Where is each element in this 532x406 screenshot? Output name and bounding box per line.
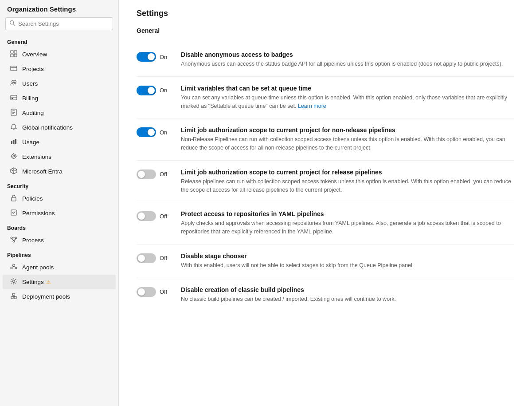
toggle-label: On bbox=[160, 87, 167, 94]
sidebar-item-label: Users bbox=[22, 80, 38, 87]
main-content: Settings General On Disable anonymous ac… bbox=[119, 0, 532, 406]
svg-rect-27 bbox=[11, 210, 16, 215]
sidebar-item-label: Microsoft Entra bbox=[22, 168, 63, 175]
sidebar-item-policies[interactable]: Policies bbox=[3, 191, 116, 206]
svg-line-1 bbox=[13, 24, 15, 26]
sidebar-item-extensions[interactable]: Extensions bbox=[3, 150, 116, 164]
settings-container: On Disable anonymous access to badges An… bbox=[137, 43, 514, 311]
toggle-area: Off bbox=[137, 252, 172, 263]
toggle-knob bbox=[138, 171, 145, 178]
sidebar-item-deployment-pools[interactable]: Deployment pools bbox=[3, 289, 116, 304]
toggle-label: Off bbox=[160, 255, 167, 261]
svg-point-39 bbox=[13, 280, 15, 283]
svg-point-9 bbox=[14, 81, 16, 83]
svg-point-29 bbox=[15, 237, 17, 239]
setting-title: Limit job authorization scope to current… bbox=[181, 169, 514, 176]
svg-rect-4 bbox=[11, 54, 13, 57]
toggle-label: Off bbox=[160, 171, 167, 177]
svg-rect-26 bbox=[12, 197, 16, 201]
sidebar-item-usage[interactable]: Usage bbox=[3, 135, 116, 150]
setting-description: Apply checks and approvals when accessin… bbox=[181, 219, 514, 236]
sidebar-item-users[interactable]: Users bbox=[3, 76, 116, 91]
toggle-area: Off bbox=[137, 210, 172, 221]
svg-rect-17 bbox=[11, 141, 12, 144]
svg-point-36 bbox=[15, 267, 17, 269]
setting-content: Disable creation of classic build pipeli… bbox=[181, 286, 514, 304]
setting-description: Anonymous users can access the status ba… bbox=[181, 60, 514, 68]
auditing-icon bbox=[10, 109, 18, 117]
toggle-switch-limit-variables-queue-time[interactable] bbox=[137, 86, 156, 95]
sidebar-section-security: Security bbox=[0, 179, 118, 191]
sidebar-item-label: Projects bbox=[22, 66, 44, 72]
sidebar-item-label: Deployment pools bbox=[22, 293, 70, 300]
setting-title: Protect access to repositories in YAML p… bbox=[181, 210, 514, 217]
sidebar-item-permissions[interactable]: Permissions bbox=[3, 206, 116, 221]
setting-description: You can set any variables at queue time … bbox=[181, 94, 514, 110]
setting-title: Disable creation of classic build pipeli… bbox=[181, 286, 514, 293]
setting-content: Protect access to repositories in YAML p… bbox=[181, 210, 514, 236]
svg-point-20 bbox=[12, 154, 16, 158]
toggle-label: On bbox=[160, 54, 167, 60]
search-input[interactable] bbox=[18, 20, 109, 27]
toggle-label: Off bbox=[160, 288, 167, 295]
sidebar-item-projects[interactable]: Projects bbox=[3, 62, 116, 76]
svg-rect-2 bbox=[11, 51, 13, 53]
sidebar-item-label: Agent pools bbox=[22, 264, 54, 271]
usage-icon bbox=[10, 138, 18, 146]
sidebar-item-microsoft-entra[interactable]: Microsoft Entra bbox=[3, 164, 116, 179]
sidebar-item-label: Billing bbox=[22, 95, 38, 102]
toggle-switch-disable-stage-chooser[interactable] bbox=[137, 253, 156, 263]
svg-line-38 bbox=[14, 267, 16, 268]
setting-row: Off Disable creation of classic build pi… bbox=[137, 278, 514, 311]
overview-icon bbox=[10, 50, 18, 59]
sidebar-item-agent-pools[interactable]: Agent pools bbox=[3, 260, 116, 275]
setting-title: Limit variables that can be set at queue… bbox=[181, 85, 514, 92]
toggle-label: On bbox=[160, 129, 167, 136]
toggle-knob bbox=[148, 129, 155, 136]
extensions-icon bbox=[10, 153, 18, 161]
sidebar-section-boards: Boards bbox=[0, 221, 118, 233]
toggle-switch-limit-job-auth-nonrelease[interactable] bbox=[137, 127, 156, 137]
toggle-area: Off bbox=[137, 286, 172, 297]
toggle-area: On bbox=[137, 85, 172, 95]
svg-line-32 bbox=[12, 239, 14, 240]
setting-content: Limit variables that can be set at queue… bbox=[181, 85, 514, 110]
svg-line-33 bbox=[14, 239, 16, 240]
toggle-switch-protect-yaml-repos[interactable] bbox=[137, 211, 156, 221]
svg-point-28 bbox=[11, 237, 12, 239]
sidebar-item-global-notifications[interactable]: Global notifications bbox=[3, 120, 116, 135]
sidebar-item-overview[interactable]: Overview bbox=[3, 47, 116, 62]
process-icon bbox=[10, 236, 18, 244]
sidebar-title: Organization Settings bbox=[0, 0, 118, 17]
sidebar-item-label: Process bbox=[22, 237, 44, 244]
svg-rect-40 bbox=[11, 296, 13, 299]
svg-point-35 bbox=[11, 267, 12, 269]
svg-point-34 bbox=[13, 264, 15, 267]
sidebar-item-label: Overview bbox=[22, 51, 47, 58]
toggle-knob bbox=[138, 255, 145, 262]
toggle-switch-disable-anonymous-badges[interactable] bbox=[137, 52, 156, 62]
svg-line-37 bbox=[12, 267, 14, 268]
sidebar-item-process[interactable]: Process bbox=[3, 233, 116, 248]
setting-title: Limit job authorization scope to current… bbox=[181, 126, 514, 134]
sidebar-item-billing[interactable]: Billing bbox=[3, 91, 116, 106]
svg-rect-19 bbox=[15, 139, 16, 144]
sidebar-item-label: Permissions bbox=[22, 210, 55, 217]
svg-rect-3 bbox=[14, 51, 17, 53]
setting-row: On Limit variables that can be set at qu… bbox=[137, 77, 514, 119]
sidebar-item-auditing[interactable]: Auditing bbox=[3, 106, 116, 120]
setting-description: No classic build pipelines can be create… bbox=[181, 295, 514, 304]
toggle-switch-limit-job-auth-release[interactable] bbox=[137, 169, 156, 179]
sidebar-item-label: Settings bbox=[22, 279, 44, 285]
sidebar-search-container[interactable] bbox=[5, 17, 113, 30]
toggle-knob bbox=[138, 288, 145, 296]
svg-rect-42 bbox=[13, 293, 15, 296]
setting-row: On Limit job authorization scope to curr… bbox=[137, 118, 514, 161]
sidebar-section-general: General bbox=[0, 35, 118, 47]
learn-more-link[interactable]: Learn more bbox=[298, 103, 326, 109]
toggle-switch-disable-classic-pipelines[interactable] bbox=[137, 287, 156, 297]
sidebar-item-settings[interactable]: Settings ⚠ bbox=[3, 275, 116, 289]
toggle-knob bbox=[138, 213, 145, 220]
deployment-icon bbox=[10, 292, 18, 301]
page-title: Settings bbox=[137, 9, 514, 18]
